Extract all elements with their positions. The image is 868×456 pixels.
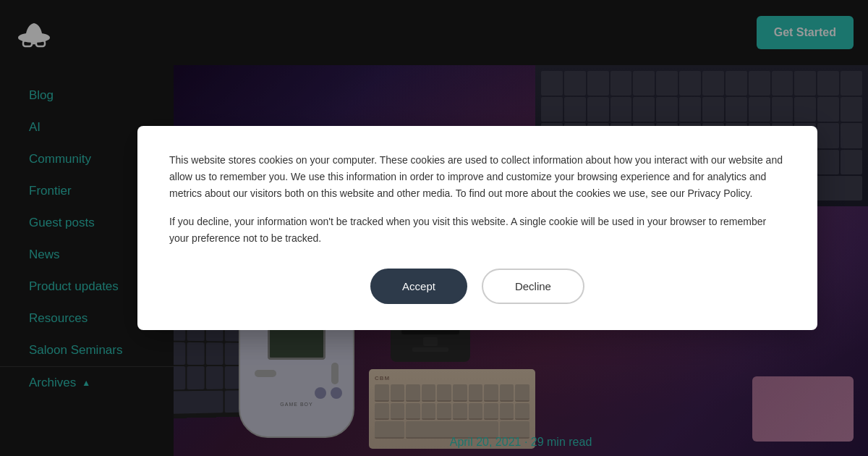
cookie-modal: This website stores cookies on your comp… xyxy=(137,126,817,330)
cookie-modal-buttons: Accept Decline xyxy=(169,269,786,304)
cookie-text-2: If you decline, your information won't b… xyxy=(169,214,786,247)
cookie-modal-overlay: This website stores cookies on your comp… xyxy=(0,0,868,456)
accept-button[interactable]: Accept xyxy=(370,269,467,304)
cookie-text-1: This website stores cookies on your comp… xyxy=(169,152,786,202)
decline-button[interactable]: Decline xyxy=(482,269,584,304)
